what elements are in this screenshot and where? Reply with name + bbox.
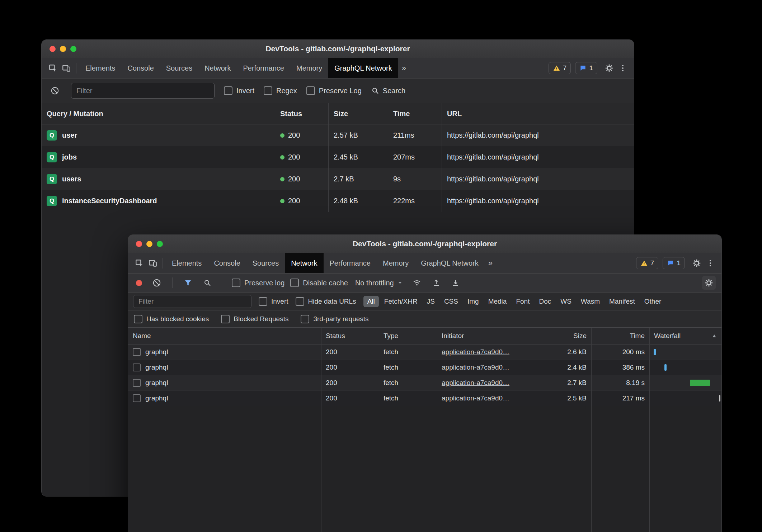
- close-window-button[interactable]: [136, 241, 142, 247]
- inspect-element-icon[interactable]: [46, 61, 60, 75]
- pill-wasm[interactable]: Wasm: [577, 296, 604, 307]
- window-titlebar[interactable]: DevTools - gitlab.com/-/graphql-explorer: [128, 235, 721, 253]
- zoom-window-button[interactable]: [70, 46, 76, 52]
- column-divider[interactable]: [437, 328, 437, 532]
- preserve-log-checkbox[interactable]: Preserve log: [232, 279, 284, 287]
- column-divider[interactable]: [591, 328, 592, 532]
- request-row[interactable]: graphql 200 fetch application-a7ca9d0… 2…: [128, 391, 721, 406]
- tab-console[interactable]: Console: [121, 58, 160, 78]
- table-row[interactable]: Qusers 200 2.7 kB 9s https://gitlab.com/…: [42, 168, 634, 190]
- clear-log-icon[interactable]: [48, 84, 62, 98]
- checkbox[interactable]: [224, 86, 232, 95]
- record-network-log-button[interactable]: [136, 280, 142, 286]
- tab-memory[interactable]: Memory: [290, 58, 328, 78]
- import-har-icon[interactable]: [429, 276, 443, 290]
- pill-manifest[interactable]: Manifest: [605, 296, 639, 307]
- column-header-waterfall[interactable]: Waterfall: [649, 328, 721, 344]
- messages-badge[interactable]: 1: [663, 257, 685, 269]
- initiator-link[interactable]: application-a7ca9d0…: [442, 348, 509, 356]
- pill-media[interactable]: Media: [484, 296, 511, 307]
- network-settings-gear-icon[interactable]: [702, 276, 716, 290]
- request-row[interactable]: graphql 200 fetch application-a7ca9d0… 2…: [128, 360, 721, 375]
- more-tabs-icon[interactable]: »: [398, 63, 410, 73]
- tab-network[interactable]: Network: [198, 58, 237, 78]
- checkbox[interactable]: [296, 297, 304, 306]
- tab-sources[interactable]: Sources: [246, 253, 285, 273]
- filter-funnel-icon[interactable]: [181, 276, 195, 290]
- disable-cache-checkbox[interactable]: Disable cache: [290, 279, 348, 287]
- pill-ws[interactable]: WS: [556, 296, 575, 307]
- more-tabs-icon[interactable]: »: [485, 258, 496, 268]
- tab-network[interactable]: Network: [285, 253, 323, 273]
- initiator-link[interactable]: application-a7ca9d0…: [442, 394, 509, 402]
- checkbox[interactable]: [221, 315, 230, 323]
- request-row[interactable]: graphql 200 fetch application-a7ca9d0… 2…: [128, 375, 721, 391]
- column-header-status[interactable]: Status: [321, 328, 379, 344]
- pill-other[interactable]: Other: [640, 296, 665, 307]
- column-divider[interactable]: [379, 328, 379, 532]
- column-divider[interactable]: [321, 328, 321, 532]
- search-icon[interactable]: [201, 276, 214, 290]
- window-titlebar[interactable]: DevTools - gitlab.com/-/graphql-explorer: [42, 40, 634, 58]
- export-har-icon[interactable]: [449, 276, 462, 290]
- checkbox[interactable]: [264, 86, 272, 95]
- row-checkbox[interactable]: [133, 379, 141, 387]
- column-header-type[interactable]: Type: [379, 328, 437, 344]
- pill-all[interactable]: All: [363, 296, 379, 307]
- invert-checkbox[interactable]: Invert: [224, 86, 254, 95]
- column-header-size[interactable]: Size: [538, 328, 591, 344]
- pill-css[interactable]: CSS: [440, 296, 462, 307]
- column-header-initiator[interactable]: Initiator: [437, 328, 538, 344]
- network-filter-input[interactable]: [133, 295, 251, 308]
- tab-console[interactable]: Console: [208, 253, 246, 273]
- device-toolbar-icon[interactable]: [60, 61, 73, 75]
- pill-font[interactable]: Font: [512, 296, 533, 307]
- kebab-menu-icon[interactable]: [704, 256, 717, 270]
- checkbox[interactable]: [134, 315, 142, 323]
- table-row[interactable]: QinstanceSecurityDashboard 200 2.48 kB 2…: [42, 190, 634, 212]
- clear-network-log-icon[interactable]: [150, 276, 164, 290]
- row-checkbox[interactable]: [133, 348, 141, 356]
- table-row[interactable]: Qjobs 200 2.45 kB 207ms https://gitlab.c…: [42, 146, 634, 168]
- checkbox[interactable]: [232, 279, 240, 287]
- column-header-name[interactable]: Name: [128, 328, 321, 344]
- third-party-requests-checkbox[interactable]: 3rd-party requests: [301, 315, 368, 323]
- table-row[interactable]: Quser 200 2.57 kB 211ms https://gitlab.c…: [42, 124, 634, 146]
- tab-elements[interactable]: Elements: [166, 253, 208, 273]
- invert-checkbox[interactable]: Invert: [259, 297, 288, 306]
- messages-badge[interactable]: 1: [575, 62, 597, 74]
- pill-js[interactable]: JS: [423, 296, 439, 307]
- blocked-requests-checkbox[interactable]: Blocked Requests: [221, 315, 288, 323]
- has-blocked-cookies-checkbox[interactable]: Has blocked cookies: [134, 315, 209, 323]
- column-divider[interactable]: [649, 328, 650, 532]
- pill-doc[interactable]: Doc: [535, 296, 555, 307]
- tab-elements[interactable]: Elements: [79, 58, 121, 78]
- pill-fetch-xhr[interactable]: Fetch/XHR: [380, 296, 422, 307]
- row-checkbox[interactable]: [133, 394, 141, 402]
- search-button[interactable]: Search: [371, 86, 405, 95]
- row-checkbox[interactable]: [133, 364, 141, 371]
- network-conditions-icon[interactable]: [410, 276, 424, 290]
- column-header-status[interactable]: Status: [275, 103, 328, 124]
- initiator-link[interactable]: application-a7ca9d0…: [442, 379, 509, 387]
- tab-performance[interactable]: Performance: [324, 253, 377, 273]
- tab-graphql-network[interactable]: GraphQL Network: [328, 58, 398, 78]
- tab-performance[interactable]: Performance: [237, 58, 291, 78]
- hide-data-urls-checkbox[interactable]: Hide data URLs: [296, 297, 356, 306]
- device-toolbar-icon[interactable]: [146, 256, 160, 270]
- pill-img[interactable]: Img: [464, 296, 483, 307]
- column-header-time[interactable]: Time: [388, 103, 442, 124]
- regex-checkbox[interactable]: Regex: [264, 86, 297, 95]
- throttling-dropdown[interactable]: No throttling: [354, 279, 404, 287]
- warnings-badge[interactable]: 7: [636, 257, 659, 269]
- checkbox[interactable]: [301, 315, 309, 323]
- warnings-badge[interactable]: 7: [549, 62, 571, 74]
- checkbox[interactable]: [290, 279, 299, 287]
- kebab-menu-icon[interactable]: [616, 61, 630, 75]
- column-divider[interactable]: [538, 328, 538, 532]
- settings-gear-icon[interactable]: [602, 61, 616, 75]
- zoom-window-button[interactable]: [157, 241, 163, 247]
- column-header-time[interactable]: Time: [591, 328, 649, 344]
- column-header-url[interactable]: URL: [442, 103, 634, 124]
- column-header-size[interactable]: Size: [328, 103, 388, 124]
